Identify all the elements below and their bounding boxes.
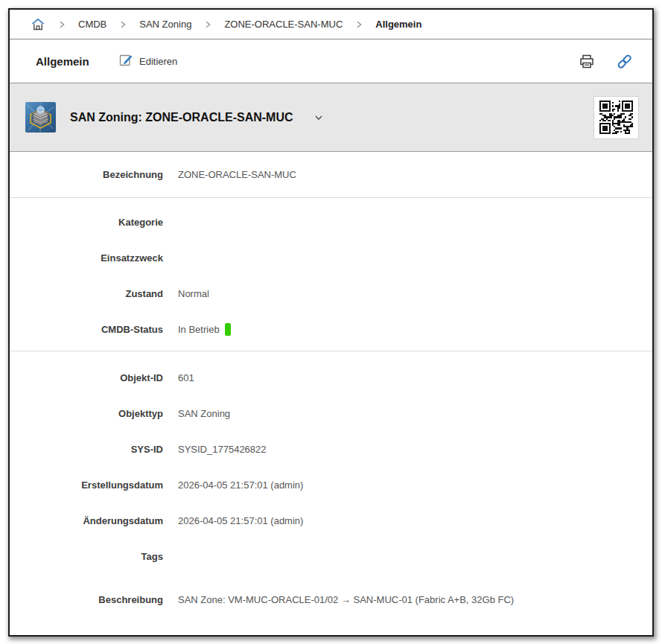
breadcrumb: CMDB SAN Zoning ZONE-ORACLE-SAN-MUC Allg… [10,10,652,39]
breadcrumb-item-object[interactable]: ZONE-ORACLE-SAN-MUC [224,19,343,30]
edit-button[interactable]: Editieren [119,53,177,69]
form-section-status: Kategorie Einsatzzweck Zustand Normal CM… [10,198,652,351]
field-label: Kategorie [10,217,163,228]
field-row-objekttyp: Objekttyp SAN Zoning [10,395,652,431]
form-section-meta: Objekt-ID 601 Objekttyp SAN Zoning SYS-I… [10,351,652,628]
field-label: Beschreibung [10,594,163,605]
breadcrumb-item-cmdb[interactable]: CMDB [78,19,106,30]
chevron-right-icon [118,20,127,29]
field-row-tags: Tags [10,538,652,574]
field-label: Zustand [10,288,163,299]
field-value: SYSID_1775426822 [178,444,267,455]
breadcrumb-item-san-zoning[interactable]: SAN Zoning [139,19,191,30]
status-badge [225,323,231,336]
field-row-kategorie: Kategorie [10,204,652,240]
field-value: ZONE-ORACLE-SAN-MUC [178,169,296,180]
edit-button-label: Editieren [139,56,177,67]
qr-code [593,96,639,139]
field-row-cmdb-status: CMDB-Status In Betrieb [10,311,652,347]
field-label: Objekt-ID [10,372,163,383]
chevron-down-icon[interactable] [313,112,325,124]
field-value: 2026-04-05 21:57:01 (admin) [178,515,303,526]
form-section-title: Bezeichnung ZONE-ORACLE-SAN-MUC [10,152,652,198]
app-window: CMDB SAN Zoning ZONE-ORACLE-SAN-MUC Allg… [8,8,654,637]
permalink-button[interactable] [616,54,633,69]
print-button[interactable] [579,54,595,69]
home-icon[interactable] [31,17,45,32]
chevron-right-icon [57,20,66,29]
field-row-einsatzzweck: Einsatzzweck [10,240,652,275]
field-row-beschreibung: Beschreibung SAN Zone: VM-MUC-ORACLE-01/… [10,581,652,617]
page-header: Allgemein Editieren [10,39,652,83]
field-row-objekt-id: Objekt-ID 601 [10,360,652,395]
field-row-bezeichnung: Bezeichnung ZONE-ORACLE-SAN-MUC [10,156,652,192]
chevron-right-icon [203,20,212,29]
field-label: Objekttyp [10,408,163,419]
field-value: Normal [178,288,209,299]
object-type-icon [25,102,56,133]
field-label: CMDB-Status [10,324,163,335]
breadcrumb-item-allgemein: Allgemein [375,19,421,30]
field-row-zustand: Zustand Normal [10,275,652,311]
field-value: SAN Zone: VM-MUC-ORACLE-01/02 → SAN-MUC-… [178,594,514,605]
edit-pencil-icon [119,53,133,69]
object-header-band: SAN Zoning: ZONE-ORACLE-SAN-MUC [10,83,652,152]
field-value: SAN Zoning [178,408,230,419]
field-label: Bezeichnung [10,169,163,180]
field-value: In Betrieb [178,324,220,335]
object-title: SAN Zoning: ZONE-ORACLE-SAN-MUC [70,111,293,124]
field-value: 2026-04-05 21:57:01 (admin) [178,479,303,491]
field-row-erstellungsdatum: Erstellungsdatum 2026-04-05 21:57:01 (ad… [10,467,652,503]
field-label: Einsatzzweck [10,252,163,264]
chevron-right-icon [354,20,363,29]
field-value: 601 [178,372,194,383]
field-label: Erstellungsdatum [10,479,163,491]
field-row-aenderungsdatum: Änderungsdatum 2026-04-05 21:57:01 (admi… [10,503,652,538]
field-label: Änderungsdatum [10,515,163,526]
field-label: Tags [10,551,163,562]
field-row-sys-id: SYS-ID SYSID_1775426822 [10,431,652,467]
field-label: SYS-ID [10,444,163,455]
page-title: Allgemein [36,55,119,68]
